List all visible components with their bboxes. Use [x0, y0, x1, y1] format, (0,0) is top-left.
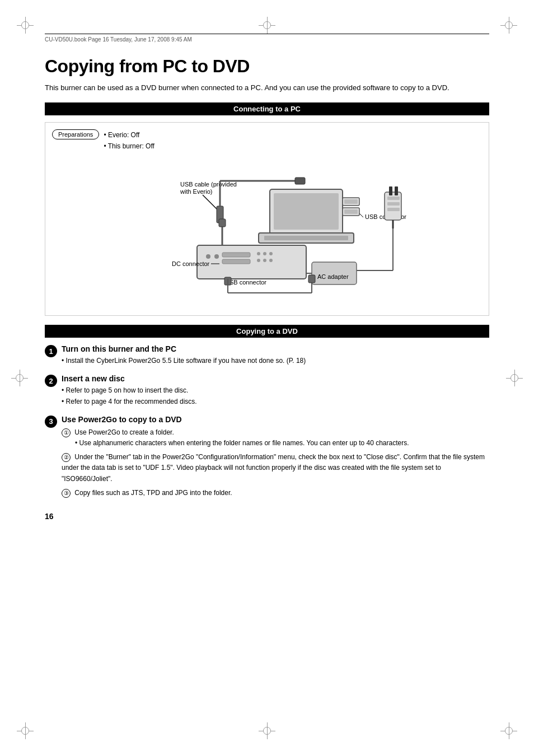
svg-text:DC connector: DC connector — [172, 260, 210, 267]
step-2: 2 Insert a new disc Refer to page 5 on h… — [45, 374, 489, 407]
prep-line: Preparations • Everio: Off • This burner… — [52, 129, 482, 152]
svg-text:AC adapter: AC adapter — [317, 273, 349, 280]
svg-point-38 — [263, 252, 266, 255]
svg-point-33 — [206, 254, 210, 259]
circle-num-2: ② — [62, 453, 71, 462]
svg-point-41 — [263, 259, 266, 262]
step-2-content: Insert a new disc Refer to page 5 on how… — [62, 374, 489, 407]
svg-point-39 — [269, 252, 273, 255]
svg-point-34 — [214, 254, 219, 259]
reg-mark-br — [500, 722, 517, 739]
step-1-content: Turn on this burner and the PC Install t… — [62, 344, 489, 366]
file-header: CU-VD50U.book Page 16 Tuesday, June 17, … — [45, 34, 489, 43]
page-number: 16 — [45, 512, 489, 521]
connection-diagram: USB cable (provided with Everio) — [105, 158, 429, 304]
svg-rect-24 — [387, 208, 400, 211]
svg-text:with Everio): with Everio) — [180, 188, 212, 195]
reg-mark-left — [11, 370, 28, 386]
intro-text: This burner can be used as a DVD burner … — [45, 82, 489, 94]
reg-mark-tr — [500, 17, 517, 34]
preparations-badge: Preparations — [52, 129, 99, 139]
step-1-title: Turn on this burner and the PC — [62, 344, 489, 353]
prep-item-1: • Everio: Off — [104, 129, 154, 141]
step-2-title: Insert a new disc — [62, 374, 489, 383]
step-3-sub-1-item: Use alphanumeric characters when enterin… — [62, 438, 489, 449]
step-3-title: Use Power2Go to copy to a DVD — [62, 415, 489, 424]
copying-section: Copying to a DVD 1 Turn on this burner a… — [45, 325, 489, 498]
reg-mark-tl — [17, 17, 34, 34]
step-2-bullets: Refer to page 5 on how to insert the dis… — [62, 385, 489, 407]
step-2-bullet-2: Refer to page 4 for the recommended disc… — [62, 396, 489, 407]
reg-mark-right — [506, 370, 523, 386]
step-3-sub-2-text: Under the "Burner" tab in the Power2Go "… — [62, 453, 485, 482]
step-3: 3 Use Power2Go to copy to a DVD ① Use Po… — [45, 415, 489, 498]
svg-rect-8 — [274, 193, 339, 230]
circle-num-1: ① — [62, 428, 71, 437]
circle-num-3: ③ — [62, 489, 71, 498]
step-1: 1 Turn on this burner and the PC Install… — [45, 344, 489, 366]
svg-rect-32 — [197, 245, 306, 279]
svg-rect-23 — [387, 202, 400, 206]
page-title: Copying from PC to DVD — [45, 56, 489, 77]
step-3-sub-3-text: Copy files such as JTS, TPD and JPG into… — [74, 489, 232, 497]
svg-rect-45 — [219, 219, 226, 227]
step-2-bullet-1: Refer to page 5 on how to insert the dis… — [62, 385, 489, 396]
step-2-number: 2 — [45, 375, 57, 387]
svg-rect-19 — [389, 186, 392, 195]
step-1-number: 1 — [45, 345, 57, 357]
reg-mark-bottom — [259, 722, 275, 739]
svg-rect-20 — [395, 186, 398, 195]
svg-point-42 — [269, 259, 273, 262]
svg-text:USB cable (provided: USB cable (provided — [180, 181, 237, 188]
svg-rect-53 — [308, 275, 315, 283]
svg-rect-10 — [264, 236, 348, 240]
svg-rect-22 — [387, 197, 400, 200]
prep-item-2: • This burner: Off — [104, 141, 154, 152]
svg-rect-6 — [295, 178, 305, 184]
svg-rect-17 — [344, 209, 358, 214]
step-3-sub-1: ① Use Power2Go to create a folder. — [62, 427, 489, 438]
step-3-sub-2: ② Under the "Burner" tab in the Power2Go… — [62, 452, 489, 484]
step-3-number: 3 — [45, 416, 57, 428]
connecting-area: Preparations • Everio: Off • This burner… — [45, 122, 489, 316]
step-3-sub-1-text: Use Power2Go to create a folder. — [74, 428, 174, 436]
section2-header: Copying to a DVD — [45, 325, 489, 338]
section1-header: Connecting to a PC — [45, 102, 489, 115]
step-3-sub-3: ③ Copy files such as JTS, TPD and JPG in… — [62, 488, 489, 498]
reg-mark-top — [259, 17, 275, 34]
diagram-area: USB cable (provided with Everio) — [52, 158, 482, 304]
step-1-bullets: Install the CyberLink Power2Go 5.5 Lite … — [62, 356, 489, 366]
svg-rect-16 — [344, 199, 358, 204]
prep-items: • Everio: Off • This burner: Off — [104, 129, 154, 152]
step-1-bullet-1: Install the CyberLink Power2Go 5.5 Lite … — [62, 356, 489, 366]
step-3-content: Use Power2Go to copy to a DVD ① Use Powe… — [62, 415, 489, 498]
svg-rect-18 — [385, 192, 401, 220]
reg-mark-bl — [17, 722, 34, 739]
svg-rect-35 — [222, 253, 250, 257]
svg-point-40 — [257, 259, 260, 262]
svg-rect-36 — [222, 259, 250, 264]
svg-point-37 — [257, 252, 260, 255]
